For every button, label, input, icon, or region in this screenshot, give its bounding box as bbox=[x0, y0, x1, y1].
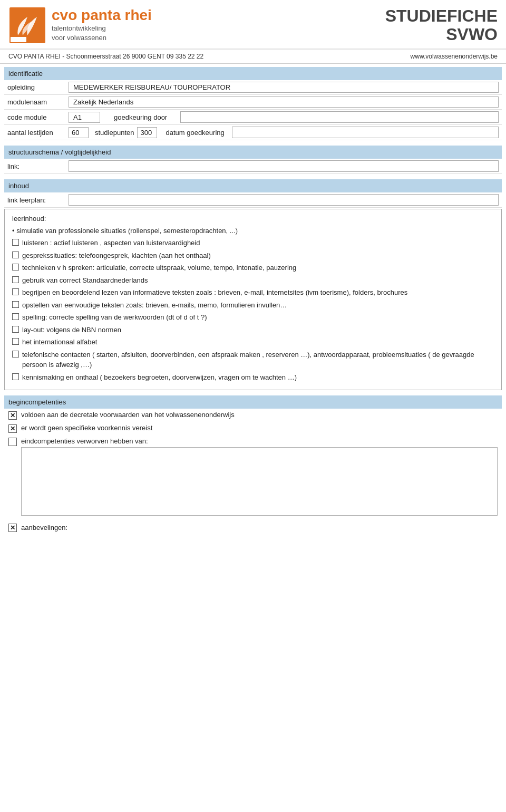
checkbox-8 bbox=[12, 338, 19, 345]
eindcomp-row: eindcompetenties verworven hebben van: bbox=[4, 435, 502, 518]
checkbox-eindcomp bbox=[8, 438, 17, 446]
leerinhoud-item-4: begrijpen en beoordelend lezen van infor… bbox=[12, 287, 494, 298]
leerinhoud-item-3: gebruik van correct Standaardnederlands bbox=[12, 275, 494, 286]
opleiding-value: MEDEWERKER REISBUREAU/ TOUROPERATOR bbox=[69, 82, 499, 93]
begincomp-item-1: ✕ er wordt geen specifieke voorkennis ve… bbox=[4, 422, 502, 435]
leerinhoud-item-8: het internationaal alfabet bbox=[12, 337, 494, 347]
leerinhoud-item-7: lay-out: volgens de NBN normen bbox=[12, 325, 494, 335]
aanbevelingen-row: ✕ aanbevelingen: bbox=[4, 520, 502, 535]
leerinhoud-box: leerinhoud: • simulatie van professionel… bbox=[4, 209, 502, 390]
studiepunten-label: studiepunten bbox=[95, 129, 134, 137]
eindcomp-content: eindcompetenties verworven hebben van: bbox=[21, 437, 498, 516]
opleiding-row: opleiding MEDEWERKER REISBUREAU/ TOUROPE… bbox=[4, 80, 502, 95]
link-leerplan-value bbox=[69, 194, 499, 206]
studiepunten-value: 300 bbox=[137, 127, 157, 138]
checkbox-2 bbox=[12, 264, 19, 270]
inhoud-header: inhoud bbox=[4, 179, 502, 192]
goedkeuring-door-label: goedkeuring door bbox=[114, 113, 177, 121]
checkbox-0 bbox=[12, 239, 19, 246]
checkbox-9 bbox=[12, 351, 19, 357]
address-bar: CVO PANTA RHEI - Schoonmeersstraat 26 90… bbox=[0, 50, 506, 64]
checkbox-aanbevelingen: ✕ bbox=[8, 524, 17, 532]
leerinhoud-header: leerinhoud: bbox=[12, 215, 494, 223]
begincompetenties-header: begincompetenties bbox=[4, 395, 502, 409]
code-module-value: A1 bbox=[69, 112, 100, 123]
structuurschema-header: structuurschema / volgtijdelijkheid bbox=[4, 146, 502, 159]
leerinhoud-item-9: telefonische contacten ( starten, afslui… bbox=[12, 350, 494, 370]
logo-subtitle: talentontwikkeling voor volwassenen bbox=[52, 24, 152, 43]
code-module-label: code module bbox=[7, 113, 65, 121]
aantal-lestijden-value: 60 bbox=[69, 127, 89, 138]
logo-title: cvo panta rhei bbox=[52, 7, 152, 24]
link-leerplan-row: link leerplan: bbox=[4, 192, 502, 208]
aantal-lestijden-label: aantal lestijden bbox=[7, 129, 65, 137]
begincomp-item-0: ✕ voldoen aan de decretale voorwaarden v… bbox=[4, 409, 502, 422]
checkbox-checked-1: ✕ bbox=[8, 424, 17, 433]
leerinhoud-item-1: gesprekssituaties: telefoongesprek, klac… bbox=[12, 250, 494, 261]
eindcomp-label: eindcompetenties verworven hebben van: bbox=[21, 437, 498, 445]
checkbox-3 bbox=[12, 276, 19, 283]
checkbox-6 bbox=[12, 313, 19, 320]
lestijden-row: aantal lestijden 60 studiepunten 300 dat… bbox=[4, 125, 502, 140]
leerinhoud-item-10: kennismaking en onthaal ( bezoekers begr… bbox=[12, 372, 494, 383]
link-row: link: bbox=[4, 159, 502, 174]
datum-goedkeuring-value bbox=[232, 127, 499, 138]
identificatie-section-header: identificatie bbox=[4, 67, 502, 80]
svg-rect-2 bbox=[11, 37, 26, 42]
code-module-row: code module A1 goedkeuring door bbox=[4, 110, 502, 125]
checkbox-7 bbox=[12, 326, 19, 333]
modulenaam-row: modulenaam Zakelijk Nederlands bbox=[4, 95, 502, 110]
main-content: identificatie opleiding MEDEWERKER REISB… bbox=[0, 67, 506, 539]
logo-text-block: cvo panta rhei talentontwikkeling voor v… bbox=[52, 7, 152, 43]
modulenaam-value: Zakelijk Nederlands bbox=[69, 96, 499, 108]
leerinhoud-intro: • simulatie van professionele situaties … bbox=[12, 227, 494, 235]
goedkeuring-door-value bbox=[180, 111, 499, 123]
leerinhoud-item-0: luisteren : actief luisteren , aspecten … bbox=[12, 238, 494, 248]
leerinhoud-item-2: technieken v h spreken: articulatie, cor… bbox=[12, 263, 494, 273]
address-right: www.volwassenenonderwijs.be bbox=[411, 53, 498, 60]
aanbevelingen-label: aanbevelingen: bbox=[21, 524, 67, 531]
checkbox-5 bbox=[12, 301, 19, 308]
checkbox-10 bbox=[12, 373, 19, 380]
logo-area: cvo panta rhei talentontwikkeling voor v… bbox=[8, 6, 385, 44]
modulenaam-label: modulenaam bbox=[7, 98, 65, 106]
studiefiche-title: STUDIEFICHE SVWO bbox=[385, 7, 498, 44]
leerinhoud-item-5: opstellen van eenvoudige teksten zoals: … bbox=[12, 300, 494, 311]
link-value bbox=[69, 160, 499, 172]
checkbox-1 bbox=[12, 252, 19, 258]
address-left: CVO PANTA RHEI - Schoonmeersstraat 26 90… bbox=[8, 53, 203, 60]
checkbox-checked-0: ✕ bbox=[8, 411, 17, 420]
datum-goedkeuring-label: datum goedkeuring bbox=[166, 129, 229, 137]
leerinhoud-item-6: spelling: correcte spelling van de werkw… bbox=[12, 312, 494, 323]
page-header: cvo panta rhei talentontwikkeling voor v… bbox=[0, 0, 506, 50]
link-label: link: bbox=[7, 162, 65, 170]
checkbox-4 bbox=[12, 288, 19, 295]
cvo-logo-icon bbox=[8, 6, 46, 44]
eindcomp-value-box bbox=[21, 447, 498, 516]
link-leerplan-label: link leerplan: bbox=[7, 196, 65, 204]
opleiding-label: opleiding bbox=[7, 83, 65, 91]
